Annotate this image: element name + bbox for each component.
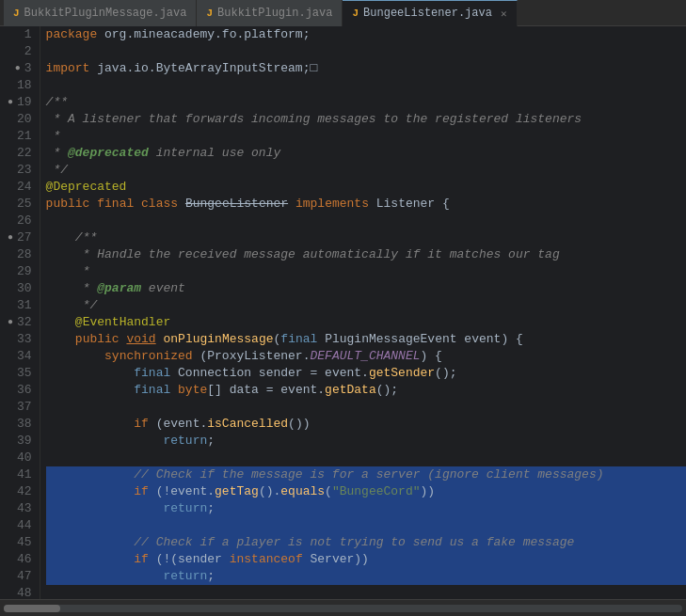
tab-label: BukkitPluginMessage.java <box>24 7 187 20</box>
code-line <box>46 43 686 60</box>
code-line <box>46 450 686 466</box>
tab-bukkit-plugin[interactable]: J BukkitPlugin.java <box>197 0 343 26</box>
line-number: 41 <box>4 466 32 483</box>
line-number: 47 <box>4 568 32 585</box>
line-number: 36 <box>4 382 32 399</box>
editor-window: J BukkitPluginMessage.java J BukkitPlugi… <box>0 0 686 616</box>
line-number: 40 <box>4 450 32 466</box>
code-line: return; <box>46 500 686 517</box>
line-number: 28 <box>4 246 32 263</box>
code-line: final byte[] data = event.getData(); <box>46 382 686 399</box>
code-line <box>46 77 686 94</box>
line-number: 24 <box>4 179 32 196</box>
line-number: 43 <box>4 500 32 517</box>
scrollbar-track[interactable] <box>4 605 682 612</box>
code-line: @EventHandler <box>46 314 686 331</box>
line-number: 29 <box>4 263 32 280</box>
code-line: if (!(sender instanceof Server)) <box>46 551 686 568</box>
line-number: 30 <box>4 280 32 297</box>
code-line: // Check if a player is not trying to se… <box>46 534 686 551</box>
line-number: 25 <box>4 196 32 213</box>
code-line: public void onPluginMessage(final Plugin… <box>46 331 686 348</box>
code-line: return; <box>46 433 686 450</box>
code-line: @Deprecated <box>46 179 686 196</box>
line-number: 21 <box>4 128 32 145</box>
line-number: 39 <box>4 433 32 450</box>
code-line: package org.mineacademy.fo.platform; <box>46 26 686 43</box>
line-number: 1 <box>4 26 32 43</box>
java-file-icon: J <box>13 8 20 19</box>
code-line: import java.io.ByteArrayInputStream;□ <box>46 60 686 77</box>
code-line: * A listener that forwards incoming mess… <box>46 111 686 128</box>
code-content[interactable]: package org.mineacademy.fo.platform; imp… <box>40 26 686 599</box>
code-line: */ <box>46 162 686 179</box>
line-number: 45 <box>4 534 32 551</box>
line-number: 2 <box>4 43 32 60</box>
line-number: ●32 <box>4 314 32 331</box>
code-line <box>46 517 686 534</box>
code-line: */ <box>46 297 686 314</box>
line-number: ●19 <box>4 94 32 111</box>
line-number: 23 <box>4 162 32 179</box>
line-number: 20 <box>4 111 32 128</box>
tab-bungee-listener[interactable]: J BungeeListener.java ✕ <box>343 0 517 26</box>
line-number: ●27 <box>4 229 32 246</box>
horizontal-scrollbar[interactable] <box>0 599 686 616</box>
code-line: public final class BungeeListener implem… <box>46 196 686 213</box>
line-number: 37 <box>4 399 32 416</box>
line-number: 35 <box>4 365 32 382</box>
code-line <box>46 585 686 599</box>
line-number: 33 <box>4 331 32 348</box>
code-line: * <box>46 128 686 145</box>
line-numbers-gutter: 1 2 ●3 18 ●19 20 21 22 23 24 25 26 ●27 2… <box>0 26 40 599</box>
java-file-icon: J <box>206 8 213 19</box>
tabs-bar: J BukkitPluginMessage.java J BukkitPlugi… <box>0 0 686 26</box>
line-number: 44 <box>4 517 32 534</box>
code-line: * @param event <box>46 280 686 297</box>
line-number: 48 <box>4 585 32 599</box>
code-line <box>46 399 686 416</box>
code-line: if (event.isCancelled()) <box>46 416 686 433</box>
code-line: /** <box>46 229 686 246</box>
code-line: return; <box>46 568 686 585</box>
tab-label: BungeeListener.java <box>363 7 492 20</box>
line-number: 42 <box>4 483 32 500</box>
close-icon[interactable]: ✕ <box>501 8 507 20</box>
code-line: * Handle the received message automatica… <box>46 246 686 263</box>
line-number: 22 <box>4 145 32 162</box>
scrollbar-thumb[interactable] <box>4 605 60 612</box>
line-number: ●3 <box>4 60 32 77</box>
code-line: synchronized (ProxyListener.DEFAULT_CHAN… <box>46 348 686 365</box>
line-number: 38 <box>4 416 32 433</box>
line-number: 46 <box>4 551 32 568</box>
java-file-icon: J <box>352 8 359 19</box>
tab-bukkit-plugin-message[interactable]: J BukkitPluginMessage.java <box>4 0 197 26</box>
line-number: 31 <box>4 297 32 314</box>
code-line: final Connection sender = event.getSende… <box>46 365 686 382</box>
code-line: /** <box>46 94 686 111</box>
code-line <box>46 213 686 229</box>
line-number: 26 <box>4 213 32 229</box>
code-line: // Check if the message is for a server … <box>46 466 686 483</box>
line-number: 34 <box>4 348 32 365</box>
editor-body: 1 2 ●3 18 ●19 20 21 22 23 24 25 26 ●27 2… <box>0 26 686 599</box>
tab-label: BukkitPlugin.java <box>217 7 332 20</box>
line-number: 18 <box>4 77 32 94</box>
code-line: * @deprecated internal use only <box>46 145 686 162</box>
code-line: if (!event.getTag().equals("BungeeCord")… <box>46 483 686 500</box>
code-line: * <box>46 263 686 280</box>
